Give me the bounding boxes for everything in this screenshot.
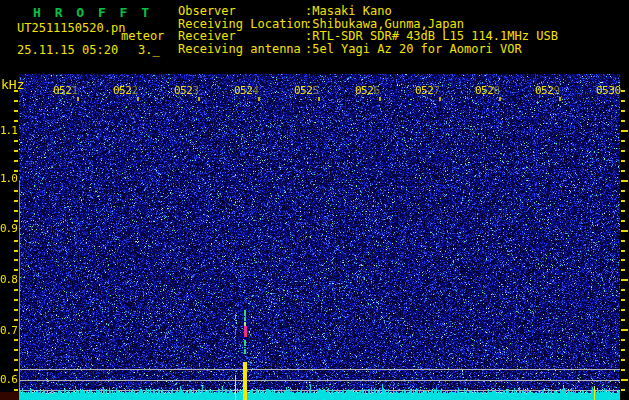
freq-minor-tick-right [621,259,625,261]
time-tick-label: 0527 [415,84,440,97]
capture-filename: UT2511150520.pn [17,21,125,35]
freq-minor-tick [14,309,18,311]
spectrogram-canvas [19,74,620,400]
freq-tick-label: 1.0 [0,172,17,185]
field-value: :Masaki Kano [305,5,392,18]
freq-minor-tick-right [621,220,625,222]
freq-minor-tick [14,319,18,321]
bottom-left-corner-strip [0,392,19,400]
station-info-row: Receiving antenna:5el Yagi Az 20 for Aom… [178,43,558,56]
freq-minor-tick-right [621,289,625,291]
time-tick-label: 0528 [475,84,500,97]
freq-minor-tick [14,339,18,341]
frequency-unit-label: kHz [1,77,24,92]
field-value: :5el Yagi Az 20 for Aomori VOR [305,43,522,56]
freq-minor-tick [14,269,18,271]
freq-major-tick-right [621,130,628,132]
freq-minor-tick-right [621,200,625,202]
freq-minor-tick [14,90,18,92]
freq-minor-tick [14,170,18,172]
freq-minor-tick [14,389,18,391]
freq-minor-tick [14,100,18,102]
field-label: Observer [178,5,305,18]
freq-minor-tick [14,110,18,112]
freq-minor-tick [14,359,18,361]
freq-minor-tick-right [621,150,625,152]
freq-minor-tick [14,200,18,202]
freq-minor-tick [14,150,18,152]
time-tick-label: 0530 [596,84,621,97]
freq-minor-tick-right [621,110,625,112]
freq-major-tick-right [621,279,628,281]
time-tick-label: 0522 [113,84,138,97]
freq-minor-tick [14,220,18,222]
freq-minor-tick [14,250,18,252]
freq-minor-tick-right [621,90,625,92]
freq-minor-tick-right [621,240,625,242]
freq-major-tick-right [621,329,628,331]
freq-minor-tick-right [621,160,625,162]
app-title: H R O F F T [33,5,152,20]
freq-minor-tick-right [621,309,625,311]
field-value: :RTL-SDR SDR# 43dB L15 114.1MHz USB [305,30,558,43]
freq-minor-tick-right [621,339,625,341]
freq-minor-tick-right [621,170,625,172]
time-tick-label: 0529 [535,84,560,97]
station-info-row: Receiver:RTL-SDR SDR# 43dB L15 114.1MHz … [178,30,558,43]
freq-minor-tick-right [621,359,625,361]
freq-minor-tick [14,210,18,212]
freq-tick-label: 1.1 [0,124,17,137]
field-label: Receiver [178,30,305,43]
freq-minor-tick-right [621,299,625,301]
freq-minor-tick-right [621,250,625,252]
freq-minor-tick [14,120,18,122]
freq-minor-tick-right [621,349,625,351]
freq-minor-tick [14,289,18,291]
freq-tick-label: 0.6 [0,373,17,386]
echo-counter: 3._ [138,43,160,57]
freq-minor-tick [14,349,18,351]
time-tick-label: 0524 [234,84,259,97]
freq-tick-label: 0.9 [0,222,17,235]
freq-minor-tick [14,160,18,162]
time-tick-label: 0521 [53,84,78,97]
time-tick-label: 0526 [355,84,380,97]
freq-minor-tick-right [621,210,625,212]
freq-minor-tick-right [621,190,625,192]
freq-minor-tick [14,190,18,192]
freq-minor-tick [14,259,18,261]
freq-major-tick-right [621,379,628,381]
freq-tick-label: 0.7 [0,324,17,337]
freq-major-tick-right [621,180,628,182]
freq-minor-tick [14,240,18,242]
time-tick-label: 0523 [174,84,199,97]
freq-tick-label: 0.8 [0,273,17,286]
freq-minor-tick [14,299,18,301]
freq-minor-tick-right [621,319,625,321]
freq-minor-tick-right [621,369,625,371]
station-info-row: Observer:Masaki Kano [178,5,558,18]
freq-minor-tick-right [621,269,625,271]
freq-minor-tick-right [621,120,625,122]
capture-datetime: 25.11.15 05:20 [17,43,118,57]
time-tick-label: 0525 [294,84,319,97]
hrofft-window: H R O F F T UT2511150520.pn meteor 25.11… [0,0,629,400]
freq-minor-tick-right [621,140,625,142]
field-label: Receiving antenna [178,43,305,56]
filename-overlay-meteor: meteor [121,29,164,43]
freq-minor-tick [14,140,18,142]
station-info-fields: Observer:Masaki KanoReceiving Location:S… [178,5,558,55]
freq-major-tick-right [621,230,628,232]
freq-minor-tick-right [621,389,625,391]
freq-minor-tick-right [621,100,625,102]
freq-minor-tick [14,369,18,371]
